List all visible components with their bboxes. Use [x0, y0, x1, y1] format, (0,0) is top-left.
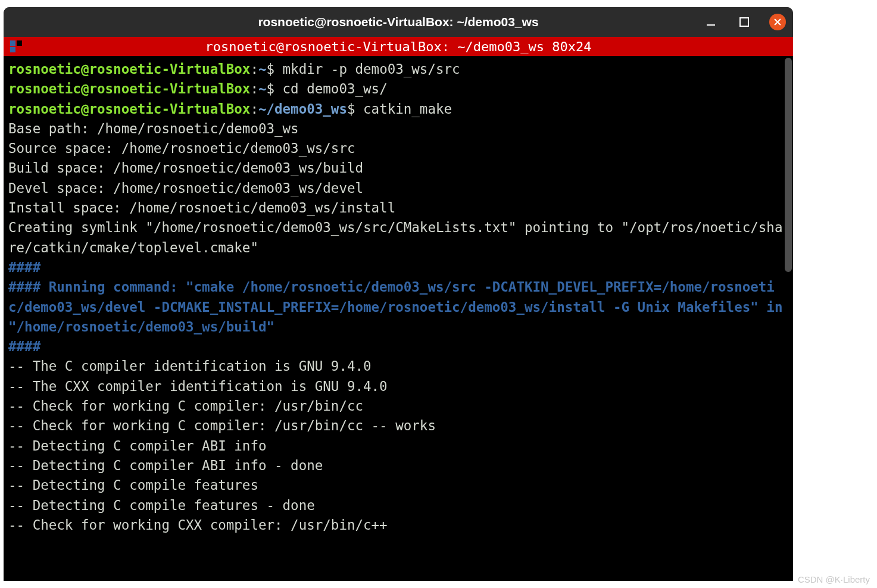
output-line: Install space: /home/rosnoetic/demo03_ws…	[8, 200, 395, 215]
output-line: -- Detecting C compiler ABI info	[8, 438, 266, 453]
terminal-text[interactable]: rosnoetic@rosnoetic-VirtualBox:~$ mkdir …	[8, 60, 788, 535]
maximize-button[interactable]	[736, 14, 753, 30]
prompt-dollar: $	[347, 101, 363, 117]
output-heading: ####	[8, 259, 40, 275]
window-title: rosnoetic@rosnoetic-VirtualBox: ~/demo03…	[258, 15, 538, 29]
tab-title: rosnoetic@rosnoetic-VirtualBox: ~/demo03…	[205, 39, 591, 54]
prompt-path: ~/demo03_ws	[258, 101, 347, 117]
prompt-userhost: rosnoetic@rosnoetic-VirtualBox	[8, 101, 250, 117]
command-text: cd demo03_ws/	[283, 81, 388, 96]
prompt-userhost: rosnoetic@rosnoetic-VirtualBox	[8, 61, 250, 77]
output-heading: #### Running command:	[8, 279, 186, 295]
output-heading: ####	[8, 339, 40, 354]
output-line: -- The C compiler identification is GNU …	[8, 358, 372, 374]
terminal-output[interactable]: rosnoetic@rosnoetic-VirtualBox:~$ mkdir …	[4, 56, 793, 581]
window-titlebar[interactable]: rosnoetic@rosnoetic-VirtualBox: ~/demo03…	[4, 7, 793, 37]
watermark-text: CSDN @K·Liberty	[798, 574, 870, 584]
prompt-userhost: rosnoetic@rosnoetic-VirtualBox	[8, 81, 250, 96]
terminator-icon[interactable]	[10, 40, 23, 53]
minimize-button[interactable]	[703, 14, 719, 30]
output-line: -- Detecting C compile features - done	[8, 498, 315, 513]
command-text: mkdir -p demo03_ws/src	[283, 61, 460, 77]
output-line: -- Check for working CXX compiler: /usr/…	[8, 517, 388, 533]
output-line: -- The CXX compiler identification is GN…	[8, 379, 388, 394]
output-heading: in	[759, 299, 791, 315]
prompt-dollar: $	[266, 61, 282, 77]
command-text: catkin_make	[363, 101, 452, 117]
output-line: -- Check for working C compiler: /usr/bi…	[8, 418, 436, 433]
output-line: -- Detecting C compile features	[8, 477, 258, 493]
prompt-path: ~	[258, 81, 267, 96]
terminal-tab-bar: rosnoetic@rosnoetic-VirtualBox: ~/demo03…	[4, 37, 793, 56]
output-line: Build space: /home/rosnoetic/demo03_ws/b…	[8, 160, 363, 176]
output-line: Devel space: /home/rosnoetic/demo03_ws/d…	[8, 180, 363, 196]
prompt-sep: :	[250, 101, 258, 117]
output-line: -- Detecting C compiler ABI info - done	[8, 458, 323, 473]
prompt-sep: :	[250, 61, 258, 77]
window-controls	[703, 7, 786, 37]
scrollbar-thumb[interactable]	[785, 58, 792, 272]
output-line: Base path: /home/rosnoetic/demo03_ws	[8, 121, 299, 136]
close-button[interactable]	[769, 14, 786, 30]
output-path-quoted: "/home/rosnoetic/demo03_ws/build"	[8, 319, 274, 334]
prompt-path: ~	[258, 61, 267, 77]
prompt-dollar: $	[266, 81, 282, 96]
output-line: Creating symlink "/home/rosnoetic/demo03…	[8, 220, 782, 255]
output-line: Source space: /home/rosnoetic/demo03_ws/…	[8, 140, 355, 156]
output-line: -- Check for working C compiler: /usr/bi…	[8, 398, 363, 414]
prompt-sep: :	[250, 81, 258, 96]
terminal-window: rosnoetic@rosnoetic-VirtualBox: ~/demo03…	[4, 7, 793, 581]
